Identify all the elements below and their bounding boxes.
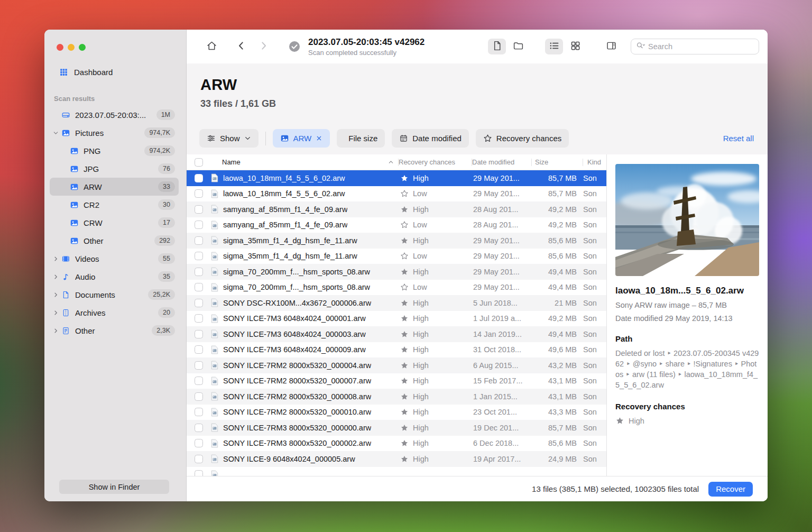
sidebar-item-dashboard[interactable]: Dashboard: [59, 68, 186, 77]
row-checkbox[interactable]: [195, 424, 203, 432]
table-row[interactable]: SONY ILCE-7RM2 8000x5320_000007.arwHigh1…: [187, 373, 606, 389]
column-header-kind[interactable]: Kind: [583, 158, 606, 166]
sidebar-item-arw[interactable]: ARW33: [50, 178, 179, 196]
row-checkbox[interactable]: [195, 236, 203, 245]
filter-chip-recovery-chances[interactable]: Recovery chances: [476, 129, 569, 148]
recovery-chance: High: [413, 330, 429, 338]
zoom-window-button[interactable]: [79, 44, 86, 51]
home-button[interactable]: [202, 39, 220, 54]
chevron-right-icon[interactable]: [53, 274, 60, 280]
file-kind: Son: [583, 345, 606, 354]
close-icon[interactable]: [316, 135, 322, 142]
reset-all-link[interactable]: Reset all: [723, 134, 754, 143]
table-row[interactable]: sigma_70_200mm_f..._hsm_sports_08.arwLow…: [187, 280, 606, 296]
table-row-partial[interactable]: [187, 467, 606, 476]
filter-chip-date-modified[interactable]: Date modified: [392, 129, 469, 148]
recover-button[interactable]: Recover: [708, 482, 753, 497]
back-button[interactable]: [232, 39, 250, 54]
row-checkbox[interactable]: [195, 361, 203, 370]
files-view-button[interactable]: [488, 39, 506, 54]
column-header-name[interactable]: Name: [211, 158, 398, 166]
sidebar-item-crw[interactable]: CRW17: [50, 214, 179, 232]
chevron-down-icon[interactable]: [53, 130, 60, 136]
sidebar-item-videos[interactable]: Videos55: [50, 250, 179, 268]
table-row[interactable]: sigma_70_200mm_f..._hsm_sports_08.arwHig…: [187, 264, 606, 280]
row-checkbox[interactable]: [195, 314, 203, 323]
table-row[interactable]: SONY ILCE-7RM2 8000x5320_000010.arwHigh2…: [187, 405, 606, 420]
row-checkbox[interactable]: [195, 205, 203, 214]
sidebar-item-documents[interactable]: Documents25,2K: [50, 286, 179, 304]
dashboard-grid-icon: [59, 68, 68, 77]
table-row[interactable]: laowa_10_18mm_f4_5_5_6_02.arwHigh29 May …: [187, 170, 606, 186]
file-size: 43,3 MB: [532, 408, 583, 416]
count-badge: 25,2K: [148, 289, 175, 300]
table-row[interactable]: SONY ILCE-7RM2 8000x5320_000004.arwHigh6…: [187, 357, 606, 373]
row-checkbox[interactable]: [195, 299, 203, 307]
table-row[interactable]: SONY ILCE-7M3 6048x4024_000003.arwHigh14…: [187, 326, 606, 342]
table-row[interactable]: SONY ILCE-7RM3 8000x5320_000000.arwHigh1…: [187, 420, 606, 436]
folders-view-button[interactable]: [509, 39, 527, 54]
column-header-size[interactable]: Size: [532, 158, 583, 166]
count-badge: 35: [158, 271, 175, 282]
row-checkbox[interactable]: [195, 189, 203, 198]
row-checkbox[interactable]: [195, 174, 203, 182]
filter-chip-file-size[interactable]: File size: [337, 129, 385, 148]
count-badge: 55: [158, 253, 175, 264]
chevron-right-icon[interactable]: [53, 328, 60, 334]
row-checkbox[interactable]: [195, 392, 203, 401]
grid-view-button[interactable]: [566, 39, 584, 54]
sidebar-item-cr2[interactable]: CR230: [50, 196, 179, 214]
chevron-right-icon[interactable]: [53, 292, 60, 298]
table-row[interactable]: SONY ILCE-9 6048x4024_000005.arwHigh19 A…: [187, 451, 606, 467]
sidebar-item-other[interactable]: Other292: [50, 232, 179, 250]
show-filter-button[interactable]: Show: [199, 129, 259, 148]
column-header-date[interactable]: Date modified: [472, 158, 531, 166]
row-checkbox[interactable]: [195, 455, 203, 463]
filter-chip-arw[interactable]: ARW: [273, 129, 330, 148]
table-row[interactable]: sigma_35mm_f1_4_dg_hsm_fe_11.arwLow29 Ma…: [187, 249, 606, 264]
close-window-button[interactable]: [57, 44, 63, 51]
date-modified: 1 Jan 2015...: [473, 392, 532, 401]
chevron-right-icon[interactable]: [53, 310, 60, 316]
row-checkbox[interactable]: [195, 283, 203, 291]
search-input[interactable]: [648, 42, 754, 51]
sidebar-item-other[interactable]: Other2,3K: [50, 322, 179, 340]
table-row[interactable]: samyang_af_85mm_f1_4_fe_09.arwHigh28 Aug…: [187, 201, 606, 217]
filter-chip-label: File size: [348, 134, 377, 143]
table-row[interactable]: sigma_35mm_f1_4_dg_hsm_fe_11.arwHigh29 M…: [187, 233, 606, 249]
column-header-recovery[interactable]: Recovery chances: [399, 158, 472, 166]
row-checkbox[interactable]: [195, 252, 203, 260]
minimize-window-button[interactable]: [68, 44, 75, 51]
sidebar-item-audio[interactable]: Audio35: [50, 268, 179, 286]
row-checkbox[interactable]: [195, 330, 203, 338]
file-name: SONY DSC-RX100M...4x3672_000006.arw: [223, 299, 371, 307]
table-row[interactable]: SONY ILCE-7RM2 8000x5320_000008.arwHigh1…: [187, 389, 606, 405]
forward-button[interactable]: [254, 39, 272, 54]
row-checkbox[interactable]: [195, 439, 203, 447]
sidebar-item-label: Pictures: [75, 129, 144, 137]
table-row[interactable]: samyang_af_85mm_f1_4_fe_09.arwLow28 Aug …: [187, 217, 606, 233]
star-filled-icon: [400, 361, 409, 370]
table-row[interactable]: laowa_10_18mm_f4_5_5_6_02.arwLow29 May 2…: [187, 186, 606, 202]
table-row[interactable]: SONY ILCE-7M3 6048x4024_000001.arwHigh1 …: [187, 311, 606, 327]
table-row[interactable]: SONY DSC-RX100M...4x3672_000006.arwHigh5…: [187, 295, 606, 311]
sidebar-item-archives[interactable]: Archives20: [50, 304, 179, 322]
row-checkbox[interactable]: [195, 470, 203, 476]
toggle-preview-panel-button[interactable]: [602, 39, 620, 54]
table-row[interactable]: SONY ILCE-7RM3 8000x5320_000002.arwHigh6…: [187, 436, 606, 452]
row-checkbox[interactable]: [195, 377, 203, 385]
row-checkbox[interactable]: [195, 221, 203, 229]
sidebar-item-png[interactable]: PNG974,2K: [50, 142, 179, 160]
sidebar-item-pictures[interactable]: Pictures974,7K: [50, 124, 179, 142]
show-in-finder-button[interactable]: Show in Finder: [59, 480, 169, 494]
row-checkbox[interactable]: [195, 268, 203, 276]
list-view-button[interactable]: [545, 39, 563, 54]
sidebar-item-jpg[interactable]: JPG76: [50, 160, 179, 178]
row-checkbox[interactable]: [195, 345, 203, 354]
file-kind: Son: [583, 330, 606, 338]
table-row[interactable]: SONY ILCE-7M3 6048x4024_000009.arwHigh31…: [187, 342, 606, 358]
chevron-right-icon[interactable]: [53, 256, 60, 262]
sidebar-item-2023-07-05-20-03[interactable]: 2023.07.05-20:03:...1M: [50, 106, 179, 124]
row-checkbox[interactable]: [195, 408, 203, 416]
select-all-checkbox[interactable]: [195, 158, 203, 167]
